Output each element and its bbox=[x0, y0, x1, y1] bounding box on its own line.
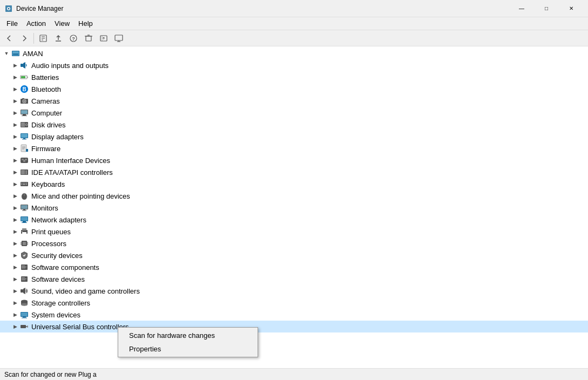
context-menu-scan[interactable]: Scan for hardware changes bbox=[118, 329, 258, 342]
svg-rect-90 bbox=[22, 267, 26, 267]
tree-item-icon bbox=[19, 239, 29, 248]
tree-root[interactable]: ▼ AMAN bbox=[0, 48, 588, 59]
svg-rect-56 bbox=[25, 173, 27, 174]
tree-item[interactable]: ▶ Cameras bbox=[0, 95, 588, 107]
tree-item-label: Cameras bbox=[31, 97, 60, 105]
tree-item[interactable]: ▶ Firmware bbox=[0, 142, 588, 154]
toolbar-uninstall[interactable] bbox=[82, 32, 96, 45]
tree-item-toggle[interactable]: ▶ bbox=[11, 97, 19, 105]
tree-item[interactable]: ▶ Mice and other pointing devices bbox=[0, 190, 588, 202]
tree-item[interactable]: ▶ Print queues bbox=[0, 226, 588, 238]
menu-help[interactable]: Help bbox=[74, 18, 97, 30]
svg-rect-93 bbox=[22, 277, 25, 278]
tree-item-toggle[interactable]: ▶ bbox=[11, 168, 19, 177]
tree-item[interactable]: ▶ IDE ATA/ATAPI controllers bbox=[0, 166, 588, 178]
tree-item-toggle[interactable]: ▶ bbox=[11, 192, 19, 200]
svg-rect-101 bbox=[23, 317, 26, 318]
root-toggle[interactable]: ▼ bbox=[2, 49, 11, 58]
tree-item-icon bbox=[19, 274, 29, 284]
tree-item-icon bbox=[19, 60, 29, 70]
tree-item[interactable]: ▶ Disk drives bbox=[0, 119, 588, 131]
tree-item-toggle[interactable]: ▶ bbox=[11, 275, 19, 283]
tree-item-label: Computer bbox=[31, 109, 62, 117]
tree-item-icon bbox=[19, 191, 29, 201]
tree-item[interactable]: ▶ Storage controllers bbox=[0, 297, 588, 309]
tree-item[interactable]: ▶ Network adapters bbox=[0, 214, 588, 226]
close-button[interactable]: ✕ bbox=[559, 0, 584, 17]
svg-text:?: ? bbox=[72, 36, 75, 42]
svg-rect-64 bbox=[26, 184, 27, 185]
menu-view[interactable]: View bbox=[50, 18, 74, 30]
tree-item-toggle[interactable]: ▶ bbox=[11, 156, 19, 165]
svg-rect-58 bbox=[21, 183, 22, 184]
tree-item-label: Display adapters bbox=[31, 133, 84, 141]
context-menu-properties[interactable]: Properties bbox=[118, 342, 258, 356]
toolbar-display[interactable] bbox=[112, 32, 126, 45]
tree-item[interactable]: ▶ Security devices bbox=[0, 249, 588, 261]
tree-item[interactable]: ▶ Computer bbox=[0, 107, 588, 119]
tree-item-icon bbox=[19, 72, 29, 82]
menu-action[interactable]: Action bbox=[22, 18, 50, 30]
tree-item-toggle[interactable]: ▶ bbox=[11, 132, 19, 141]
svg-rect-41 bbox=[23, 138, 25, 139]
tree-item[interactable]: ▶ Batteries bbox=[0, 71, 588, 83]
toolbar-help[interactable]: ? bbox=[66, 32, 80, 45]
toolbar-back[interactable] bbox=[2, 32, 16, 45]
toolbar-update[interactable] bbox=[51, 32, 65, 45]
title-bar-controls: — □ ✕ bbox=[509, 0, 584, 17]
root-icon bbox=[11, 49, 21, 58]
tree-item-toggle[interactable]: ▶ bbox=[11, 287, 19, 295]
tree-item-toggle[interactable]: ▶ bbox=[11, 120, 19, 129]
tree-item-toggle[interactable]: ▶ bbox=[11, 61, 19, 70]
tree-item-toggle[interactable]: ▶ bbox=[11, 85, 19, 93]
tree-item[interactable]: ▶ Universal Serial Bus controllers bbox=[0, 321, 588, 332]
toolbar-properties[interactable] bbox=[36, 32, 50, 45]
tree-item-toggle[interactable]: ▶ bbox=[11, 251, 19, 260]
tree-item[interactable]: ▶ Display adapters bbox=[0, 131, 588, 142]
tree-item-toggle[interactable]: ▶ bbox=[11, 108, 19, 117]
tree-item-toggle[interactable]: ▶ bbox=[11, 227, 19, 236]
toolbar-forward[interactable] bbox=[17, 32, 31, 45]
toolbar-scan[interactable] bbox=[97, 32, 111, 45]
tree-item-toggle[interactable]: ▶ bbox=[11, 310, 19, 319]
svg-rect-40 bbox=[21, 134, 28, 138]
svg-rect-62 bbox=[21, 184, 22, 185]
tree-item-icon bbox=[19, 155, 29, 165]
svg-rect-24 bbox=[21, 76, 25, 78]
tree-item-toggle[interactable]: ▶ bbox=[11, 73, 19, 82]
restore-button[interactable]: □ bbox=[534, 0, 559, 17]
tree-item-toggle[interactable]: ▶ bbox=[11, 215, 19, 224]
tree-item[interactable]: ▶ Software components bbox=[0, 261, 588, 273]
svg-rect-32 bbox=[21, 110, 28, 114]
tree-item-toggle[interactable]: ▶ bbox=[11, 298, 19, 307]
svg-rect-89 bbox=[22, 266, 25, 266]
tree-item[interactable]: ▶ Processors bbox=[0, 238, 588, 249]
tree-item[interactable]: ▶ System devices bbox=[0, 309, 588, 321]
svg-rect-81 bbox=[23, 242, 26, 245]
tree-item-toggle[interactable]: ▶ bbox=[11, 180, 19, 188]
tree-item-toggle[interactable]: ▶ bbox=[11, 203, 19, 212]
minimize-button[interactable]: — bbox=[509, 0, 534, 17]
svg-rect-21 bbox=[21, 64, 23, 67]
tree-item[interactable]: ▶ Software devices bbox=[0, 273, 588, 285]
svg-rect-71 bbox=[22, 211, 26, 211]
tree-item-toggle[interactable]: ▶ bbox=[11, 322, 19, 331]
svg-rect-54 bbox=[25, 171, 27, 172]
menu-file[interactable]: File bbox=[2, 18, 22, 30]
tree-item-toggle[interactable]: ▶ bbox=[11, 239, 19, 248]
tree-item-toggle[interactable]: ▶ bbox=[11, 263, 19, 272]
tree-item[interactable]: ▶ Human Interface Devices bbox=[0, 154, 588, 166]
svg-rect-53 bbox=[21, 170, 25, 174]
tree-item[interactable]: ▶ Audio inputs and outputs bbox=[0, 59, 588, 71]
tree-item[interactable]: ▶ Keyboards bbox=[0, 178, 588, 190]
tree-item[interactable]: ▶ B Bluetooth bbox=[0, 83, 588, 95]
tree-item-icon bbox=[19, 286, 29, 296]
svg-point-38 bbox=[26, 125, 27, 125]
tree-item-toggle[interactable]: ▶ bbox=[11, 144, 19, 153]
tree-item-label: Monitors bbox=[31, 204, 58, 212]
svg-rect-69 bbox=[21, 205, 28, 209]
tree-item-icon bbox=[19, 298, 29, 308]
tree-item[interactable]: ▶ Sound, video and game controllers bbox=[0, 285, 588, 297]
svg-rect-75 bbox=[22, 222, 27, 223]
tree-item[interactable]: ▶ Monitors bbox=[0, 202, 588, 214]
